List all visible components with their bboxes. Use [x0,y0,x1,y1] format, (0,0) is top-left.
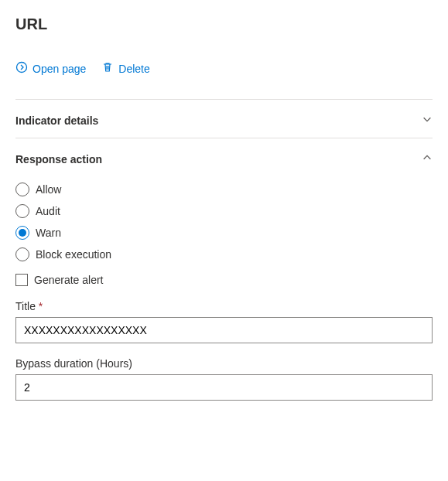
radio-warn-label: Warn [36,227,61,239]
radio-block-label: Block execution [36,248,111,261]
indicator-details-header[interactable]: Indicator details [15,114,433,127]
bypass-duration-input[interactable] [15,374,433,401]
radio-icon [15,226,29,240]
radio-icon [15,183,29,196]
title-label-text: Title [15,300,36,312]
open-page-label: Open page [32,63,86,75]
radio-allow-label: Allow [36,183,61,196]
generate-alert-label: Generate alert [34,274,104,286]
radio-icon [15,247,29,261]
response-action-title: Response action [15,153,102,165]
response-action-body: Allow Audit Warn Block execution Generat… [15,183,433,414]
page-title: URL [15,15,433,33]
radio-warn[interactable]: Warn [15,226,433,240]
radio-icon [15,204,29,218]
response-action-radio-group: Allow Audit Warn Block execution [15,183,433,261]
bypass-duration-label: Bypass duration (Hours) [15,357,433,370]
title-label: Title * [15,300,433,312]
indicator-details-section: Indicator details [15,99,433,138]
trash-icon [101,61,114,76]
action-bar: Open page Delete [15,61,433,76]
radio-audit[interactable]: Audit [15,204,433,218]
delete-link[interactable]: Delete [101,61,149,76]
checkbox-icon [15,274,28,286]
response-action-section: Response action Allow Audit Warn Bloc [15,138,433,425]
response-action-header[interactable]: Response action [15,152,433,165]
radio-block[interactable]: Block execution [15,247,433,261]
indicator-details-title: Indicator details [15,114,98,127]
radio-allow[interactable]: Allow [15,183,433,196]
title-input[interactable] [15,317,433,343]
open-page-icon [15,61,28,76]
generate-alert-checkbox[interactable]: Generate alert [15,274,433,286]
chevron-up-icon [422,152,433,165]
radio-audit-label: Audit [36,205,60,217]
delete-label: Delete [118,63,149,75]
open-page-link[interactable]: Open page [15,61,86,76]
chevron-down-icon [422,114,433,127]
required-star: * [39,300,43,312]
svg-point-0 [17,63,27,73]
